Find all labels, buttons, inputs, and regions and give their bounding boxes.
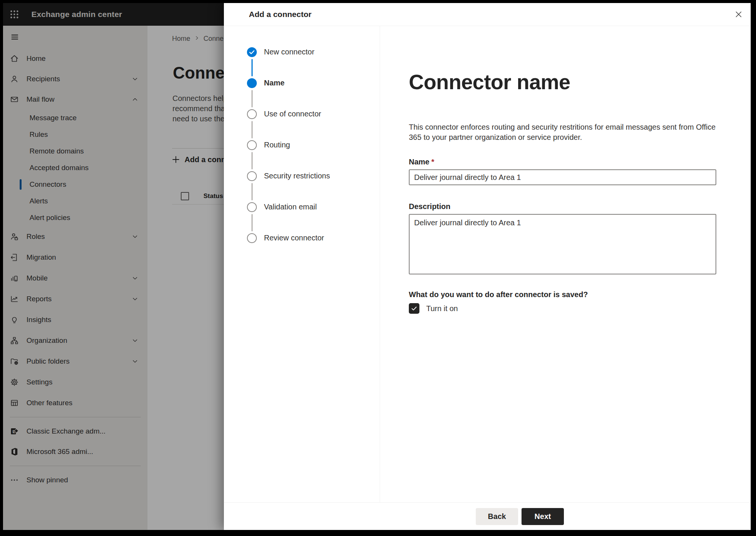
- description-field-label: Description: [409, 202, 716, 211]
- step-heading: Connector name: [409, 70, 716, 94]
- step-label: Routing: [264, 141, 290, 149]
- step-circle-upcoming: [247, 140, 257, 150]
- wizard-steps: New connectorNameUse of connectorRouting…: [224, 26, 380, 502]
- step-circle-upcoming: [247, 109, 257, 119]
- dialog-body: New connectorNameUse of connectorRouting…: [224, 26, 751, 502]
- turn-it-on-checkbox[interactable]: [409, 303, 419, 314]
- dialog-footer: Back Next: [224, 502, 751, 530]
- back-button[interactable]: Back: [476, 508, 518, 525]
- step-circle-upcoming: [247, 171, 257, 181]
- description-textarea[interactable]: Deliver journal directly to Area 1: [409, 214, 716, 274]
- app-window: Exchange admin center HomeRecipientsMail…: [3, 3, 751, 530]
- step-label: Use of connector: [264, 110, 321, 118]
- step-label: Security restrictions: [264, 172, 330, 180]
- wizard-step-name[interactable]: Name: [247, 78, 380, 109]
- dialog-header: Add a connector: [224, 3, 751, 26]
- required-asterisk: *: [431, 158, 434, 166]
- turn-it-on-label[interactable]: Turn it on: [426, 304, 458, 313]
- step-circle-upcoming: [247, 233, 257, 243]
- step-intro-text: This connector enforces routing and secu…: [409, 122, 716, 143]
- wizard-step-validation-email[interactable]: Validation email: [247, 202, 380, 233]
- next-button[interactable]: Next: [522, 508, 564, 525]
- close-icon[interactable]: [732, 8, 745, 21]
- step-circle-completed: [247, 47, 257, 57]
- step-label: Name: [264, 79, 284, 87]
- wizard-step-routing[interactable]: Routing: [247, 140, 380, 171]
- dialog-title: Add a connector: [249, 10, 312, 19]
- step-connector-line: [251, 214, 253, 231]
- wizard-step-new-connector[interactable]: New connector: [247, 47, 380, 78]
- step-connector-line: [251, 59, 253, 76]
- step-circle-current: [247, 78, 257, 88]
- wizard-step-review-connector[interactable]: Review connector: [247, 233, 380, 264]
- wizard-step-security-restrictions[interactable]: Security restrictions: [247, 171, 380, 202]
- step-label: Validation email: [264, 203, 317, 211]
- step-connector-line: [251, 121, 253, 138]
- step-label: Review connector: [264, 234, 324, 242]
- add-connector-dialog: Add a connector New connectorNameUse of …: [224, 3, 751, 530]
- step-connector-line: [251, 90, 253, 107]
- step-label: New connector: [264, 48, 314, 56]
- step-content-pane: Connector name This connector enforces r…: [380, 26, 751, 502]
- step-circle-upcoming: [247, 202, 257, 212]
- turn-it-on-row: Turn it on: [409, 303, 716, 314]
- name-field-label: Name*: [409, 158, 716, 166]
- step-connector-line: [251, 152, 253, 169]
- step-connector-line: [251, 183, 253, 200]
- wizard-step-use-of-connector[interactable]: Use of connector: [247, 109, 380, 140]
- name-input[interactable]: [409, 169, 716, 185]
- after-save-question: What do you want to do after connector i…: [409, 290, 716, 299]
